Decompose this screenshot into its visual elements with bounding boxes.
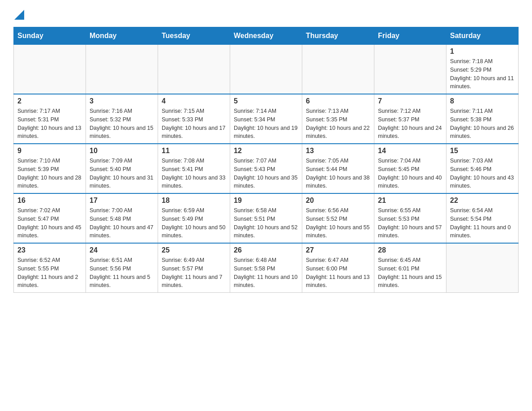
day-info: Sunrise: 7:18 AM Sunset: 5:29 PM Dayligh…: [450, 57, 515, 91]
day-number: 19: [234, 197, 298, 205]
calendar-cell: 10Sunrise: 7:09 AM Sunset: 5:40 PM Dayli…: [86, 144, 158, 193]
day-info: Sunrise: 7:16 AM Sunset: 5:32 PM Dayligh…: [90, 107, 154, 141]
day-info: Sunrise: 7:08 AM Sunset: 5:41 PM Dayligh…: [162, 157, 226, 190]
weekday-header-friday: Friday: [374, 27, 446, 45]
svg-marker-0: [14, 10, 24, 20]
day-number: 20: [306, 197, 370, 205]
day-info: Sunrise: 7:07 AM Sunset: 5:43 PM Dayligh…: [234, 157, 298, 190]
calendar-week-row: 16Sunrise: 7:02 AM Sunset: 5:47 PM Dayli…: [14, 193, 519, 243]
day-info: Sunrise: 7:13 AM Sunset: 5:35 PM Dayligh…: [306, 107, 370, 141]
day-number: 4: [162, 97, 226, 105]
day-number: 1: [450, 47, 515, 56]
day-number: 15: [450, 147, 515, 155]
calendar-cell: 20Sunrise: 6:56 AM Sunset: 5:52 PM Dayli…: [302, 193, 374, 243]
calendar-cell: 1Sunrise: 7:18 AM Sunset: 5:29 PM Daylig…: [446, 45, 519, 94]
day-info: Sunrise: 6:58 AM Sunset: 5:51 PM Dayligh…: [234, 206, 298, 240]
weekday-header-monday: Monday: [86, 27, 158, 45]
calendar-cell: 23Sunrise: 6:52 AM Sunset: 5:55 PM Dayli…: [14, 243, 86, 293]
calendar-week-row: 1Sunrise: 7:18 AM Sunset: 5:29 PM Daylig…: [14, 45, 519, 94]
day-number: 5: [234, 97, 298, 105]
day-number: 17: [90, 197, 154, 205]
day-number: 22: [450, 197, 515, 205]
calendar-cell: 19Sunrise: 6:58 AM Sunset: 5:51 PM Dayli…: [230, 193, 302, 243]
day-info: Sunrise: 6:54 AM Sunset: 5:54 PM Dayligh…: [450, 206, 515, 240]
day-info: Sunrise: 7:04 AM Sunset: 5:45 PM Dayligh…: [378, 157, 442, 190]
day-number: 24: [90, 246, 154, 254]
day-info: Sunrise: 6:56 AM Sunset: 5:52 PM Dayligh…: [306, 206, 370, 240]
day-info: Sunrise: 7:03 AM Sunset: 5:46 PM Dayligh…: [450, 157, 515, 190]
calendar-cell: 26Sunrise: 6:48 AM Sunset: 5:58 PM Dayli…: [230, 243, 302, 293]
day-info: Sunrise: 6:59 AM Sunset: 5:49 PM Dayligh…: [162, 206, 226, 240]
calendar-cell: 5Sunrise: 7:14 AM Sunset: 5:34 PM Daylig…: [230, 94, 302, 144]
day-number: 7: [378, 97, 442, 105]
calendar-cell: 18Sunrise: 6:59 AM Sunset: 5:49 PM Dayli…: [158, 193, 230, 243]
calendar-cell: 15Sunrise: 7:03 AM Sunset: 5:46 PM Dayli…: [446, 144, 519, 193]
calendar-cell: [302, 45, 374, 94]
weekday-header-wednesday: Wednesday: [230, 27, 302, 45]
day-number: 27: [306, 246, 370, 254]
calendar-cell: 27Sunrise: 6:47 AM Sunset: 6:00 PM Dayli…: [302, 243, 374, 293]
day-info: Sunrise: 6:45 AM Sunset: 6:01 PM Dayligh…: [378, 256, 442, 290]
weekday-header-saturday: Saturday: [446, 27, 519, 45]
day-info: Sunrise: 7:14 AM Sunset: 5:34 PM Dayligh…: [234, 107, 298, 141]
calendar-cell: 25Sunrise: 6:49 AM Sunset: 5:57 PM Dayli…: [158, 243, 230, 293]
day-number: 13: [306, 147, 370, 155]
day-number: 23: [17, 246, 82, 254]
day-info: Sunrise: 7:09 AM Sunset: 5:40 PM Dayligh…: [90, 157, 154, 190]
day-number: 16: [17, 197, 82, 205]
day-info: Sunrise: 6:55 AM Sunset: 5:53 PM Dayligh…: [378, 206, 442, 240]
calendar-cell: [158, 45, 230, 94]
calendar-cell: [230, 45, 302, 94]
calendar-cell: 14Sunrise: 7:04 AM Sunset: 5:45 PM Dayli…: [374, 144, 446, 193]
calendar-cell: 9Sunrise: 7:10 AM Sunset: 5:39 PM Daylig…: [14, 144, 86, 193]
day-info: Sunrise: 6:48 AM Sunset: 5:58 PM Dayligh…: [234, 256, 298, 290]
day-number: 3: [90, 97, 154, 105]
weekday-header-row: SundayMondayTuesdayWednesdayThursdayFrid…: [14, 27, 519, 45]
calendar-cell: 21Sunrise: 6:55 AM Sunset: 5:53 PM Dayli…: [374, 193, 446, 243]
calendar-cell: 7Sunrise: 7:12 AM Sunset: 5:37 PM Daylig…: [374, 94, 446, 144]
day-number: 9: [17, 147, 82, 155]
calendar-cell: [446, 243, 519, 293]
weekday-header-tuesday: Tuesday: [158, 27, 230, 45]
calendar-cell: 16Sunrise: 7:02 AM Sunset: 5:47 PM Dayli…: [14, 193, 86, 243]
logo: [13, 9, 24, 18]
day-number: 10: [90, 147, 154, 155]
day-number: 26: [234, 246, 298, 254]
day-number: 6: [306, 97, 370, 105]
page-header: [13, 9, 519, 18]
calendar-week-row: 23Sunrise: 6:52 AM Sunset: 5:55 PM Dayli…: [14, 243, 519, 293]
calendar-body: 1Sunrise: 7:18 AM Sunset: 5:29 PM Daylig…: [14, 45, 519, 293]
calendar-cell: [86, 45, 158, 94]
calendar-cell: [374, 45, 446, 94]
weekday-header-sunday: Sunday: [14, 27, 86, 45]
day-info: Sunrise: 7:10 AM Sunset: 5:39 PM Dayligh…: [17, 157, 82, 190]
day-number: 8: [450, 97, 515, 105]
day-number: 11: [162, 147, 226, 155]
calendar-cell: 17Sunrise: 7:00 AM Sunset: 5:48 PM Dayli…: [86, 193, 158, 243]
calendar-week-row: 2Sunrise: 7:17 AM Sunset: 5:31 PM Daylig…: [14, 94, 519, 144]
day-info: Sunrise: 7:05 AM Sunset: 5:44 PM Dayligh…: [306, 157, 370, 190]
day-number: 28: [378, 246, 442, 254]
day-info: Sunrise: 6:52 AM Sunset: 5:55 PM Dayligh…: [17, 256, 82, 290]
day-info: Sunrise: 6:49 AM Sunset: 5:57 PM Dayligh…: [162, 256, 226, 290]
day-info: Sunrise: 7:02 AM Sunset: 5:47 PM Dayligh…: [17, 206, 82, 240]
calendar-cell: 22Sunrise: 6:54 AM Sunset: 5:54 PM Dayli…: [446, 193, 519, 243]
day-info: Sunrise: 7:12 AM Sunset: 5:37 PM Dayligh…: [378, 107, 442, 141]
calendar-header: SundayMondayTuesdayWednesdayThursdayFrid…: [14, 27, 519, 45]
day-number: 12: [234, 147, 298, 155]
logo-triangle-icon: [14, 10, 24, 20]
day-info: Sunrise: 6:47 AM Sunset: 6:00 PM Dayligh…: [306, 256, 370, 290]
day-info: Sunrise: 7:00 AM Sunset: 5:48 PM Dayligh…: [90, 206, 154, 240]
calendar-cell: 8Sunrise: 7:11 AM Sunset: 5:38 PM Daylig…: [446, 94, 519, 144]
calendar-cell: 24Sunrise: 6:51 AM Sunset: 5:56 PM Dayli…: [86, 243, 158, 293]
day-number: 2: [17, 97, 82, 105]
calendar-table: SundayMondayTuesdayWednesdayThursdayFrid…: [13, 27, 519, 293]
calendar-cell: 12Sunrise: 7:07 AM Sunset: 5:43 PM Dayli…: [230, 144, 302, 193]
calendar-cell: 11Sunrise: 7:08 AM Sunset: 5:41 PM Dayli…: [158, 144, 230, 193]
calendar-cell: 13Sunrise: 7:05 AM Sunset: 5:44 PM Dayli…: [302, 144, 374, 193]
day-number: 21: [378, 197, 442, 205]
calendar-cell: 3Sunrise: 7:16 AM Sunset: 5:32 PM Daylig…: [86, 94, 158, 144]
day-number: 25: [162, 246, 226, 254]
weekday-header-thursday: Thursday: [302, 27, 374, 45]
day-number: 18: [162, 197, 226, 205]
